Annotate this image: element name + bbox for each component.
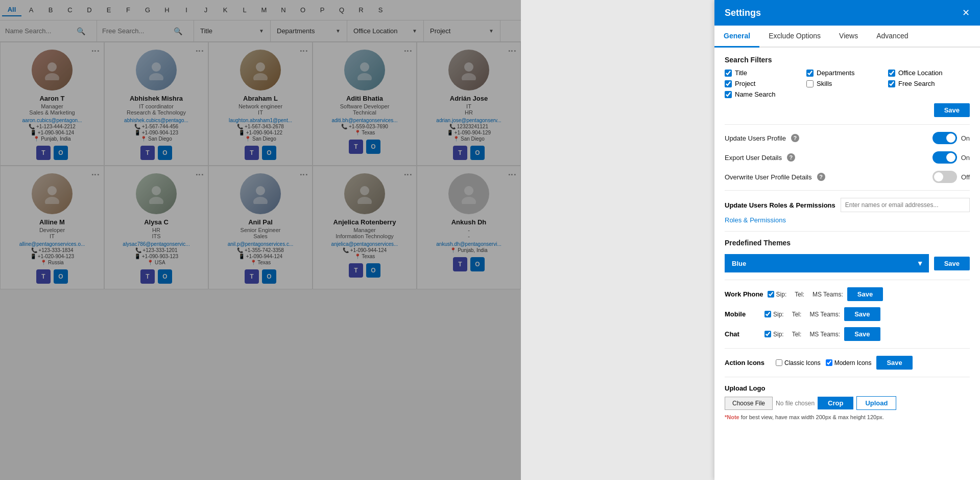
- alpha-p[interactable]: P: [313, 4, 332, 16]
- mobile-msteams: MS Teams:: [809, 311, 840, 318]
- card-menu-aaron[interactable]: ⋮: [90, 47, 100, 56]
- chat-sip-checkbox[interactable]: [764, 331, 771, 337]
- modern-icons-checkbox[interactable]: [826, 359, 832, 366]
- overwrite-profile-row: Overwrite User Profile Details ? Off: [725, 171, 970, 183]
- tab-general[interactable]: General: [714, 26, 759, 48]
- outlook-icon-alysa[interactable]: O: [158, 269, 172, 284]
- filter-office-checkbox[interactable]: [888, 70, 895, 77]
- alpha-d[interactable]: D: [80, 4, 99, 16]
- title-adrian: IT: [466, 103, 471, 109]
- alpha-c[interactable]: C: [60, 4, 80, 16]
- location-anjelica: 📍 Texas: [354, 254, 375, 259]
- free-search-input[interactable]: [102, 27, 174, 35]
- filter-title: Title: [725, 69, 806, 77]
- name-search-icon[interactable]: 🔍: [77, 27, 85, 35]
- card-menu-adrian[interactable]: ⋮: [507, 47, 517, 56]
- teams-icon-alysa[interactable]: T: [140, 269, 155, 284]
- export-details-help-icon[interactable]: ?: [787, 153, 795, 162]
- alpha-k[interactable]: K: [216, 4, 235, 16]
- alpha-f[interactable]: F: [118, 4, 138, 16]
- tab-exclude-options[interactable]: Exclude Options: [759, 26, 830, 48]
- save-work-phone-button[interactable]: Save: [847, 287, 883, 301]
- alpha-g[interactable]: G: [138, 4, 157, 16]
- save-action-icons-button[interactable]: Save: [876, 356, 912, 370]
- outlook-icon-ankush[interactable]: O: [470, 257, 485, 271]
- card-menu-abraham[interactable]: ⋮: [299, 47, 308, 56]
- alpha-q[interactable]: Q: [332, 4, 351, 16]
- overwrite-toggle[interactable]: [933, 171, 957, 183]
- teams-icon-anjelica[interactable]: T: [349, 263, 363, 278]
- crop-button[interactable]: Crop: [818, 397, 853, 409]
- departments-filter[interactable]: Departments ▼: [271, 20, 347, 41]
- teams-icon-abraham[interactable]: T: [245, 146, 259, 160]
- update-profile-help-icon[interactable]: ?: [791, 134, 799, 142]
- save-theme-button[interactable]: Save: [934, 257, 970, 270]
- filter-skills-checkbox[interactable]: [806, 80, 814, 87]
- alpha-o[interactable]: O: [293, 4, 313, 16]
- outlook-icon-abhishek[interactable]: O: [158, 146, 172, 160]
- export-toggle[interactable]: [933, 151, 957, 164]
- alpha-l[interactable]: L: [235, 4, 254, 16]
- work-phone-sip-checkbox[interactable]: [768, 291, 774, 298]
- teams-icon-anil[interactable]: T: [245, 269, 259, 284]
- teams-icon-abhishek[interactable]: T: [140, 146, 155, 160]
- teams-icon-aditi[interactable]: T: [349, 140, 363, 154]
- alpha-e[interactable]: E: [99, 4, 118, 16]
- alpha-a[interactable]: A: [21, 4, 41, 16]
- title-filter[interactable]: Title ▼: [194, 20, 271, 41]
- outlook-icon-anjelica[interactable]: O: [366, 263, 380, 278]
- outlook-icon-alline[interactable]: O: [54, 269, 68, 284]
- tab-advanced[interactable]: Advanced: [867, 26, 917, 48]
- alpha-r[interactable]: R: [351, 4, 371, 16]
- save-filters-button[interactable]: Save: [934, 103, 970, 117]
- teams-icon-aaron[interactable]: T: [36, 146, 51, 160]
- choose-file-button[interactable]: Choose File: [725, 397, 773, 410]
- alpha-s[interactable]: S: [371, 4, 390, 16]
- alpha-all[interactable]: All: [2, 4, 21, 16]
- card-menu-anjelica[interactable]: ⋮: [403, 171, 413, 179]
- filter-free-checkbox[interactable]: [888, 80, 895, 87]
- filter-name-checkbox[interactable]: [725, 91, 732, 98]
- card-menu-alline[interactable]: ⋮: [90, 171, 100, 179]
- filter-project-checkbox[interactable]: [725, 80, 732, 87]
- outlook-icon-abraham[interactable]: O: [262, 146, 276, 160]
- card-menu-ankush[interactable]: ⋮: [507, 171, 517, 179]
- outlook-icon-aaron[interactable]: O: [54, 146, 68, 160]
- tab-views[interactable]: Views: [830, 26, 867, 48]
- card-menu-alysa[interactable]: ⋮: [195, 171, 204, 179]
- theme-dropdown[interactable]: Blue Red Green Dark Light: [725, 254, 929, 272]
- card-menu-abhishek[interactable]: ⋮: [195, 47, 204, 56]
- alpha-n[interactable]: N: [274, 4, 293, 16]
- outlook-icon-anil[interactable]: O: [262, 269, 276, 284]
- teams-icon-adrian[interactable]: T: [453, 146, 467, 160]
- alpha-j[interactable]: J: [196, 4, 216, 16]
- name-search-input[interactable]: [5, 27, 77, 35]
- free-search-icon[interactable]: 🔍: [174, 27, 182, 35]
- card-menu-aditi[interactable]: ⋮: [403, 47, 413, 56]
- project-filter[interactable]: Project ▼: [424, 20, 500, 41]
- outlook-icon-adrian[interactable]: O: [470, 146, 485, 160]
- office-location-filter[interactable]: Office Location ▼: [347, 20, 424, 41]
- roles-permissions-link[interactable]: Roles & Permissions: [725, 216, 786, 224]
- card-menu-anil[interactable]: ⋮: [299, 171, 308, 179]
- outlook-icon-aditi[interactable]: O: [366, 140, 380, 154]
- teams-icon-ankush[interactable]: T: [453, 257, 467, 271]
- dept-aaron: Sales & Marketing: [29, 109, 75, 116]
- teams-icon-alline[interactable]: T: [36, 269, 51, 284]
- overwrite-help-icon[interactable]: ?: [817, 173, 825, 181]
- filter-title-checkbox[interactable]: [725, 70, 732, 77]
- settings-close-button[interactable]: ✕: [962, 8, 970, 17]
- alpha-b[interactable]: B: [41, 4, 60, 16]
- alpha-h[interactable]: H: [157, 4, 177, 16]
- alpha-i[interactable]: I: [177, 4, 196, 16]
- roles-input[interactable]: [841, 198, 970, 212]
- upload-button[interactable]: Upload: [856, 396, 896, 410]
- mobile-sip-checkbox[interactable]: [764, 311, 771, 317]
- classic-icons-checkbox[interactable]: [776, 359, 782, 366]
- update-profile-toggle-right: On: [933, 132, 970, 144]
- update-profile-toggle[interactable]: [933, 132, 957, 144]
- filter-departments-checkbox[interactable]: [806, 70, 814, 77]
- alpha-m[interactable]: M: [254, 4, 274, 16]
- save-chat-button[interactable]: Save: [844, 327, 880, 341]
- save-mobile-button[interactable]: Save: [844, 307, 880, 321]
